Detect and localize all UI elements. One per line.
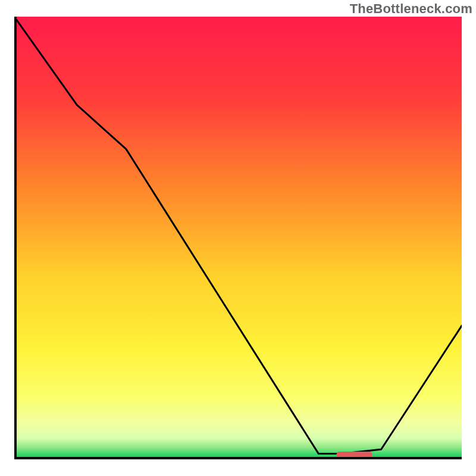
optimum-marker [336, 452, 372, 458]
chart-frame: TheBottleneck.com [0, 0, 476, 476]
bottleneck-chart-svg [14, 17, 462, 462]
gradient-background [14, 17, 462, 458]
plot-area [14, 17, 462, 462]
watermark-text: TheBottleneck.com [350, 1, 472, 17]
